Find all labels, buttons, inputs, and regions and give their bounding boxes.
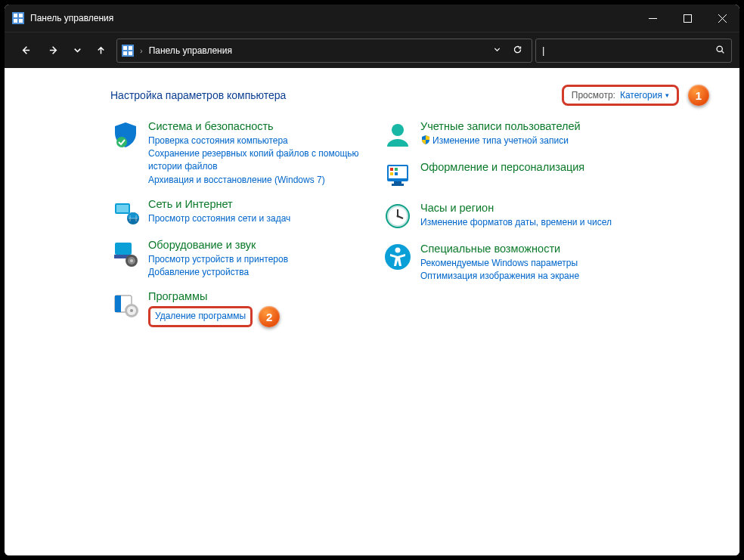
svg-rect-11: [129, 46, 132, 50]
appearance-link[interactable]: Оформление и персонализация: [420, 161, 584, 173]
shield-icon: [110, 119, 141, 150]
svg-rect-38: [392, 184, 404, 186]
svg-rect-1: [14, 14, 17, 17]
hardware-icon: [110, 238, 141, 268]
svg-rect-37: [394, 181, 401, 184]
view-by-selector[interactable]: Просмотр: Категория ▾: [562, 85, 679, 106]
svg-point-14: [717, 46, 722, 51]
user-accounts-link[interactable]: Учетные записи пользователей: [420, 120, 581, 132]
programs-link[interactable]: Программы: [148, 290, 207, 302]
page-title: Настройка параметров компьютера: [110, 89, 286, 101]
network-status-link[interactable]: Просмотр состояния сети и задач: [148, 212, 290, 225]
svg-rect-18: [116, 205, 129, 212]
close-button[interactable]: [705, 5, 739, 32]
svg-rect-4: [19, 19, 23, 23]
svg-rect-33: [390, 168, 393, 171]
svg-point-43: [397, 215, 399, 218]
svg-rect-6: [684, 14, 691, 22]
view-by-value: Категория: [620, 90, 662, 101]
accessibility-link[interactable]: Специальные возможности: [420, 243, 560, 255]
annotation-callout-2: 2: [259, 306, 280, 327]
svg-point-29: [130, 309, 133, 312]
nav-back-button[interactable]: [12, 38, 38, 63]
system-security-link[interactable]: Система и безопасность: [148, 120, 274, 132]
svg-point-45: [395, 248, 401, 253]
clock-region-link[interactable]: Часы и регион: [420, 202, 494, 214]
view-by-label: Просмотр:: [572, 90, 615, 101]
date-time-formats-link[interactable]: Изменение форматов даты, времени и чисел: [420, 216, 612, 229]
svg-rect-36: [395, 172, 398, 175]
view-devices-link[interactable]: Просмотр устройств и принтеров: [148, 253, 288, 266]
window-title: Панель управления: [30, 13, 113, 23]
address-bar[interactable]: › Панель управления: [116, 39, 532, 63]
svg-rect-12: [123, 51, 127, 55]
refresh-button[interactable]: [513, 45, 522, 57]
maximize-button[interactable]: [670, 5, 705, 32]
uninstall-program-link[interactable]: Удаление программы: [155, 311, 246, 321]
search-box[interactable]: |: [535, 39, 732, 63]
annotation-callout-1: 1: [688, 85, 709, 106]
svg-point-16: [116, 137, 127, 147]
svg-rect-13: [129, 51, 132, 55]
add-device-link[interactable]: Добавление устройства: [148, 266, 288, 279]
user-icon: [383, 119, 413, 150]
backup-restore-link[interactable]: Архивация и восстановление (Windows 7): [148, 174, 367, 187]
network-internet-link[interactable]: Сеть и Интернет: [148, 198, 233, 210]
category-system-security: Система и безопасность Проверка состояни…: [110, 119, 367, 187]
programs-icon: [110, 289, 141, 320]
category-accessibility: Специальные возможности Рекомендуемые Wi…: [383, 242, 640, 283]
chevron-right-icon: ›: [138, 46, 144, 55]
content-area: Настройка параметров компьютера Просмотр…: [5, 68, 739, 555]
app-icon: [12, 12, 24, 24]
svg-rect-26: [115, 295, 121, 312]
navbar: › Панель управления |: [5, 32, 739, 68]
dropdown-triangle-icon: ▾: [665, 91, 669, 99]
file-history-link[interactable]: Сохранение резервных копий файлов с помо…: [148, 147, 367, 174]
svg-point-30: [392, 124, 404, 136]
svg-rect-3: [14, 19, 17, 23]
svg-rect-2: [19, 14, 23, 17]
category-clock-region: Часы и регион Изменение форматов даты, в…: [383, 201, 640, 231]
svg-rect-34: [395, 168, 398, 171]
hardware-sound-link[interactable]: Оборудование и звук: [148, 239, 256, 251]
svg-line-15: [722, 51, 724, 53]
svg-rect-20: [115, 243, 132, 255]
chevron-down-icon[interactable]: [492, 45, 502, 57]
check-status-link[interactable]: Проверка состояния компьютера: [148, 135, 367, 147]
control-panel-window: Панель управления › Панель: [5, 5, 739, 555]
category-appearance: Оформление и персонализация: [383, 160, 640, 190]
minimize-button[interactable]: [635, 5, 670, 32]
network-icon: [110, 197, 141, 227]
nav-recent-button[interactable]: [70, 38, 85, 63]
search-cursor: |: [542, 45, 544, 56]
svg-rect-35: [390, 172, 393, 175]
svg-rect-10: [123, 46, 127, 50]
accessibility-icon: [383, 242, 413, 272]
category-network: Сеть и Интернет Просмотр состояния сети …: [110, 197, 367, 227]
left-column: Система и безопасность Проверка состояни…: [110, 119, 367, 338]
svg-point-24: [130, 259, 133, 262]
category-hardware: Оборудование и звук Просмотр устройств и…: [110, 238, 367, 279]
addressbar-icon: [122, 45, 134, 57]
right-column: Учетные записи пользователей Изменение т…: [383, 119, 640, 338]
uac-shield-icon: [420, 135, 431, 145]
titlebar: Панель управления: [5, 5, 739, 32]
category-user-accounts: Учетные записи пользователей Изменение т…: [383, 119, 640, 150]
optimize-display-link[interactable]: Оптимизация изображения на экране: [420, 270, 579, 283]
addressbar-path: Панель управления: [149, 45, 488, 56]
clock-icon: [383, 201, 413, 231]
change-account-type-link[interactable]: Изменение типа учетной записи: [420, 135, 581, 147]
search-icon: [715, 45, 725, 57]
category-programs: Программы Удаление программы 2: [110, 289, 367, 327]
nav-forward-button[interactable]: [41, 38, 67, 63]
appearance-icon: [383, 160, 413, 190]
nav-up-button[interactable]: [88, 38, 113, 63]
recommended-settings-link[interactable]: Рекомендуемые Windows параметры: [420, 257, 579, 270]
